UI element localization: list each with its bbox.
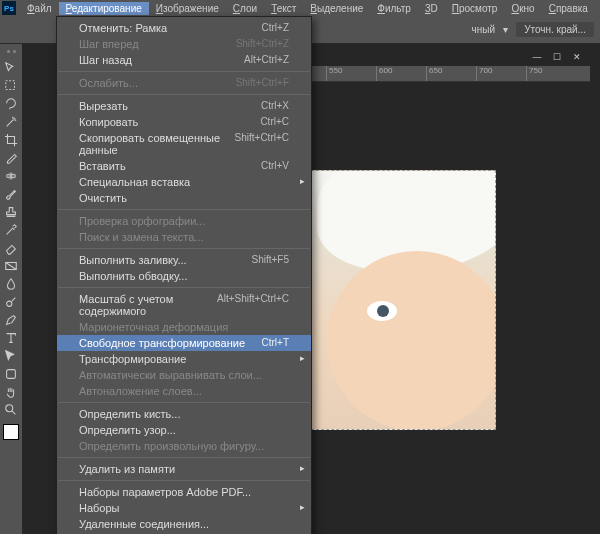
close-icon[interactable]: ✕ [570, 51, 584, 63]
menu-item[interactable]: Наборы [57, 500, 311, 516]
menu-item: Марионеточная деформация [57, 319, 311, 335]
menu-item-label: Ослабить... [79, 77, 138, 89]
menu-item-shortcut: Shift+Ctrl+Z [236, 38, 289, 50]
menu-выделение[interactable]: Выделение [303, 2, 370, 15]
menu-item[interactable]: КопироватьCtrl+C [57, 114, 311, 130]
menu-item[interactable]: Шаг назадAlt+Ctrl+Z [57, 52, 311, 68]
maximize-icon[interactable]: ☐ [550, 51, 564, 63]
menu-item-shortcut: Ctrl+T [262, 337, 290, 349]
tool-lasso[interactable] [2, 95, 20, 113]
menu-item[interactable]: Масштаб с учетом содержимогоAlt+Shift+Ct… [57, 291, 311, 319]
refine-edge-button[interactable]: Уточн. край... [516, 22, 594, 37]
menu-фильтр[interactable]: Фильтр [370, 2, 418, 15]
menu-separator [58, 457, 310, 458]
menu-просмотр[interactable]: Просмотр [445, 2, 505, 15]
tool-type[interactable] [2, 329, 20, 347]
tool-marquee[interactable] [2, 77, 20, 95]
tool-gradient[interactable] [2, 257, 20, 275]
menu-3d[interactable]: 3D [418, 2, 445, 15]
menu-separator [58, 248, 310, 249]
menu-item: Поиск и замена текста... [57, 229, 311, 245]
menu-item-label: Шаг вперед [79, 38, 139, 50]
menu-item-label: Наборы [79, 502, 120, 514]
tool-blur[interactable] [2, 275, 20, 293]
ruler-mark: 700 [476, 66, 526, 81]
menu-item[interactable]: Удалить из памяти [57, 461, 311, 477]
tool-heal[interactable] [2, 167, 20, 185]
menu-слои[interactable]: Слои [226, 2, 264, 15]
tool-crop[interactable] [2, 131, 20, 149]
menu-item: Проверка орфографии... [57, 213, 311, 229]
tool-eraser[interactable] [2, 239, 20, 257]
tool-hand[interactable] [2, 383, 20, 401]
tool-brush[interactable] [2, 185, 20, 203]
tool-shape[interactable] [2, 365, 20, 383]
menu-файл[interactable]: Файл [20, 2, 59, 15]
color-swatch[interactable] [3, 424, 19, 440]
menu-item: Автоналожение слоев... [57, 383, 311, 399]
menu-item-label: Свободное трансформирование [79, 337, 245, 349]
svg-rect-4 [7, 370, 16, 379]
tool-stamp[interactable] [2, 203, 20, 221]
tool-zoom[interactable] [2, 401, 20, 419]
menu-item: Шаг впередShift+Ctrl+Z [57, 36, 311, 52]
tool-path[interactable] [2, 347, 20, 365]
menu-item-label: Скопировать совмещенные данные [79, 132, 235, 156]
menu-item-label: Отменить: Рамка [79, 22, 167, 34]
menu-item[interactable]: Удаленные соединения... [57, 516, 311, 532]
menu-item-shortcut: Shift+Ctrl+F [236, 77, 289, 89]
tool-dodge[interactable] [2, 293, 20, 311]
menu-item[interactable]: Выполнить заливку...Shift+F5 [57, 252, 311, 268]
menu-item-shortcut: Shift+Ctrl+C [235, 132, 289, 156]
menu-item[interactable]: Определить кисть... [57, 406, 311, 422]
menu-item-shortcut: Alt+Shift+Ctrl+C [217, 293, 289, 317]
menu-separator [58, 480, 310, 481]
svg-rect-0 [6, 81, 15, 90]
menu-item-label: Марионеточная деформация [79, 321, 228, 333]
menu-item: Ослабить...Shift+Ctrl+F [57, 75, 311, 91]
menu-item[interactable]: Свободное трансформированиеCtrl+T [57, 335, 311, 351]
tool-pen[interactable] [2, 311, 20, 329]
menu-item-label: Определить узор... [79, 424, 176, 436]
toolbox-handle[interactable] [2, 50, 20, 56]
menu-item[interactable]: ВставитьCtrl+V [57, 158, 311, 174]
menu-item[interactable]: Отменить: РамкаCtrl+Z [57, 20, 311, 36]
ruler-mark: 600 [376, 66, 426, 81]
menu-item-label: Вырезать [79, 100, 128, 112]
menu-item-label: Вставить [79, 160, 126, 172]
menu-редактирование[interactable]: Редактирование [59, 2, 149, 15]
menu-item[interactable]: Специальная вставка [57, 174, 311, 190]
menu-item-shortcut: Ctrl+C [260, 116, 289, 128]
menu-item[interactable]: Наборы параметров Adobe PDF... [57, 484, 311, 500]
menu-item[interactable]: Трансформирование [57, 351, 311, 367]
menu-item-label: Определить произвольную фигуру... [79, 440, 264, 452]
menu-item-label: Определить кисть... [79, 408, 180, 420]
menu-item-shortcut: Shift+F5 [251, 254, 289, 266]
menu-item-label: Поиск и замена текста... [79, 231, 204, 243]
tool-eyedropper[interactable] [2, 149, 20, 167]
menu-separator [58, 94, 310, 95]
tool-history[interactable] [2, 221, 20, 239]
toolbox [0, 44, 22, 534]
menu-item-shortcut: Ctrl+Z [262, 22, 290, 34]
blend-mode-fragment[interactable]: чный [472, 24, 496, 35]
menu-item-label: Очистить [79, 192, 127, 204]
menu-изображение[interactable]: Изображение [149, 2, 226, 15]
edit-menu-dropdown: Отменить: РамкаCtrl+ZШаг впередShift+Ctr… [56, 16, 312, 534]
menu-текст[interactable]: Текст [264, 2, 303, 15]
menu-справка[interactable]: Справка [542, 2, 595, 15]
tool-wand[interactable] [2, 113, 20, 131]
menu-item[interactable]: Скопировать совмещенные данныеShift+Ctrl… [57, 130, 311, 158]
menu-item[interactable]: Выполнить обводку... [57, 268, 311, 284]
menu-окно[interactable]: Окно [504, 2, 541, 15]
menu-item[interactable]: Очистить [57, 190, 311, 206]
menu-item-label: Выполнить обводку... [79, 270, 187, 282]
menu-item[interactable]: ВырезатьCtrl+X [57, 98, 311, 114]
menu-item-label: Проверка орфографии... [79, 215, 205, 227]
menu-item-label: Автоматически выравнивать слои... [79, 369, 262, 381]
minimize-icon[interactable]: — [530, 51, 544, 63]
tool-move[interactable] [2, 59, 20, 77]
menu-item-shortcut: Ctrl+X [261, 100, 289, 112]
menu-item-label: Удаленные соединения... [79, 518, 209, 530]
menu-item[interactable]: Определить узор... [57, 422, 311, 438]
